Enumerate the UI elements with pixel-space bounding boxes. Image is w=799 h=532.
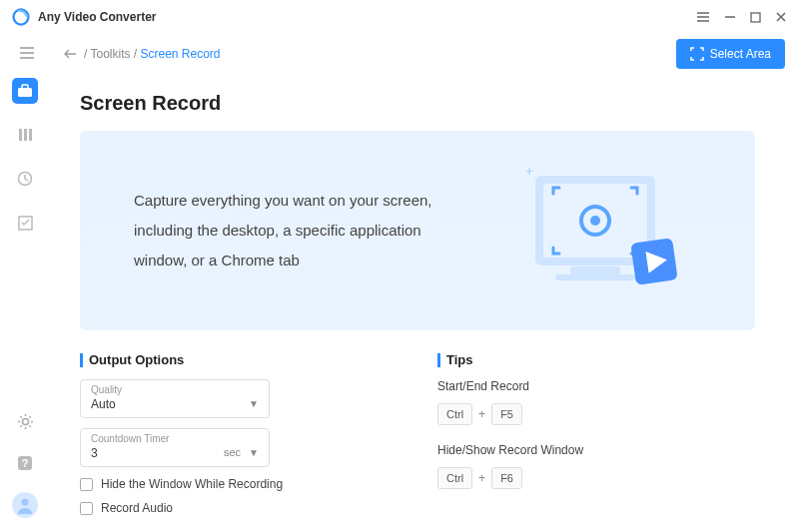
countdown-label: Countdown Timer [91, 433, 259, 444]
app-logo-icon [12, 8, 30, 26]
svg-point-9 [22, 418, 28, 424]
countdown-select[interactable]: Countdown Timer 3 sec ▼ [80, 428, 270, 467]
countdown-unit: sec [224, 446, 241, 458]
hero-illustration: + [515, 161, 695, 314]
top-bar: / Toolkits / Screen Record Select Area [0, 34, 799, 74]
menu-icon[interactable] [696, 10, 710, 24]
library-icon [17, 127, 33, 143]
svg-rect-1 [751, 13, 760, 22]
svg-rect-17 [570, 266, 620, 274]
record-audio-label: Record Audio [101, 501, 173, 515]
tip-hide-show-label: Hide/Show Record Window [437, 443, 755, 457]
tips-section: Tips Start/End Record Ctrl + F5 Hide/Sho… [437, 352, 755, 515]
tip-start-end-label: Start/End Record [437, 379, 755, 393]
breadcrumb: / Toolkits / Screen Record [84, 47, 221, 61]
svg-rect-18 [555, 274, 635, 280]
key-badge: Ctrl [437, 403, 472, 425]
toolbox-icon [17, 84, 33, 98]
gear-icon [17, 413, 34, 430]
clock-icon [17, 171, 33, 187]
checkbox-icon [80, 478, 93, 491]
hamburger-icon[interactable] [20, 45, 34, 63]
key-badge: F6 [491, 467, 522, 489]
checkbox-icon [80, 502, 93, 515]
chevron-down-icon: ▼ [249, 447, 259, 458]
avatar-icon [16, 496, 34, 514]
tip-start-end-keys: Ctrl + F5 [437, 403, 755, 425]
tips-heading: Tips [437, 352, 755, 367]
quality-label: Quality [91, 384, 259, 395]
chevron-down-icon: ▼ [249, 398, 259, 409]
key-badge: F5 [491, 403, 522, 425]
quality-value: Auto [91, 397, 259, 411]
select-area-icon [690, 47, 704, 61]
svg-point-16 [590, 216, 600, 226]
select-area-label: Select Area [710, 47, 771, 61]
hide-window-label: Hide the Window While Recording [101, 477, 283, 491]
title-bar: Any Video Converter [0, 0, 799, 34]
minimize-icon[interactable] [724, 10, 736, 24]
quality-select[interactable]: Quality Auto ▼ [80, 379, 270, 418]
svg-rect-6 [29, 129, 32, 141]
back-icon[interactable] [64, 46, 76, 62]
plus-icon: + [478, 471, 485, 485]
hero-banner: Capture everything you want on your scre… [80, 131, 755, 330]
close-icon[interactable] [775, 10, 787, 24]
sidebar-item-settings[interactable] [12, 408, 38, 434]
help-icon: ? [17, 455, 33, 471]
page-title: Screen Record [80, 92, 755, 115]
sidebar: ? [0, 74, 50, 532]
breadcrumb-current: Screen Record [140, 47, 220, 61]
record-audio-checkbox[interactable]: Record Audio [80, 501, 398, 515]
user-avatar[interactable] [12, 492, 38, 518]
output-options-heading: Output Options [80, 352, 398, 367]
hero-text: Capture everything you want on your scre… [134, 186, 473, 275]
sidebar-item-help[interactable]: ? [12, 450, 38, 476]
output-options-section: Output Options Quality Auto ▼ Countdown … [80, 352, 398, 515]
svg-rect-4 [19, 129, 22, 141]
svg-text:+: + [525, 163, 533, 179]
hide-window-checkbox[interactable]: Hide the Window While Recording [80, 477, 398, 491]
svg-point-12 [22, 499, 29, 506]
svg-rect-3 [22, 85, 28, 89]
svg-text:?: ? [22, 457, 29, 469]
select-area-button[interactable]: Select Area [676, 39, 785, 69]
breadcrumb-root[interactable]: Toolkits [90, 47, 130, 61]
svg-rect-5 [24, 129, 27, 141]
main-content: Screen Record Capture everything you wan… [50, 74, 785, 532]
plus-icon: + [478, 407, 485, 421]
app-title: Any Video Converter [38, 10, 156, 24]
checklist-icon [18, 216, 33, 231]
maximize-icon[interactable] [750, 10, 761, 24]
sidebar-item-tasks[interactable] [12, 210, 38, 236]
tip-hide-show-keys: Ctrl + F6 [437, 467, 755, 489]
sidebar-item-history[interactable] [12, 166, 38, 192]
key-badge: Ctrl [437, 467, 472, 489]
sidebar-item-toolkits[interactable] [12, 78, 38, 104]
sidebar-item-library[interactable] [12, 122, 38, 148]
